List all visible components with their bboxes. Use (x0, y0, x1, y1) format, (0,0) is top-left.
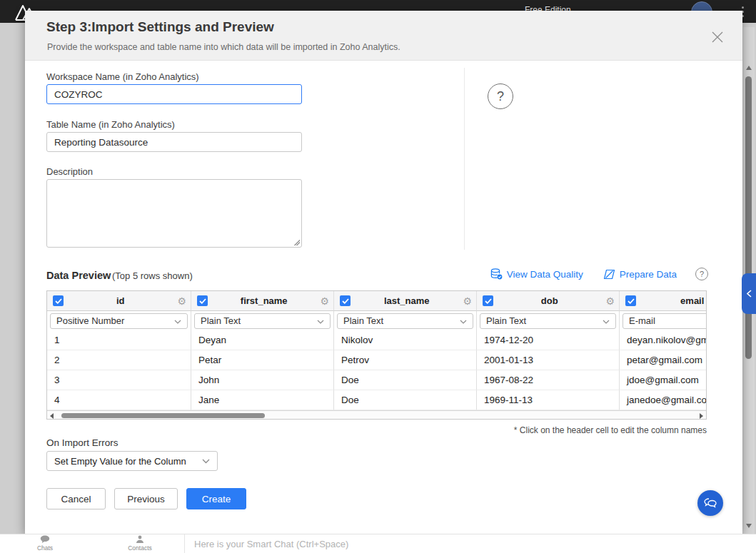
table-cell: Deyan (191, 330, 334, 350)
table-header-row: id⚙first_name⚙last_name⚙dob⚙email⚙ (47, 291, 706, 311)
column-type-value: E-mail (629, 315, 707, 326)
chats-button[interactable]: Chats (24, 535, 66, 552)
dialog-header: Step 3:Import Settings and Preview Provi… (25, 11, 742, 61)
resize-grip-icon[interactable] (293, 239, 300, 245)
gear-icon[interactable]: ⚙ (320, 296, 329, 306)
table-name-input[interactable]: Reporting Datasource (46, 132, 302, 152)
table-cell: Doe (334, 370, 477, 390)
help-icon[interactable]: ? (488, 83, 513, 109)
column-name[interactable]: last_name (351, 295, 463, 306)
table-cell: 4 (47, 390, 191, 410)
horizontal-scrollbar (47, 410, 706, 420)
column-name[interactable]: dob (493, 295, 605, 306)
scroll-left-icon[interactable] (50, 413, 54, 419)
scroll-down-icon[interactable] (746, 524, 752, 528)
gear-icon[interactable]: ⚙ (177, 296, 186, 306)
bottom-bar: Chats Contacts Here is your Smart Chat (… (0, 534, 756, 553)
close-icon[interactable] (711, 31, 724, 44)
workspace-name-label: Workspace Name (in Zoho Analytics) (46, 71, 199, 82)
table-cell: 2001-01-13 (477, 350, 620, 370)
table-cell: petar@gmail.com (620, 350, 707, 370)
column-checkbox[interactable] (53, 295, 64, 306)
column-type-select[interactable]: Plain Text (337, 313, 473, 329)
column-header-id[interactable]: id⚙ (47, 291, 191, 311)
table-cell: janedoe@gmail.com (620, 390, 707, 410)
page-scrollbar-thumb[interactable] (745, 76, 752, 359)
column-type-value: Plain Text (201, 315, 317, 326)
form-divider (464, 68, 465, 250)
column-header-dob[interactable]: dob⚙ (477, 291, 620, 311)
smart-chat-input[interactable]: Here is your Smart Chat (Ctrl+Space) (194, 534, 348, 553)
footer-divider (184, 534, 185, 553)
column-header-last_name[interactable]: last_name⚙ (334, 291, 477, 311)
table-cell: 1969-11-13 (477, 390, 620, 410)
column-checkbox[interactable] (340, 295, 351, 306)
table-cell: deyan.nikolov@gma (620, 330, 707, 350)
column-type-select[interactable]: Plain Text (194, 313, 331, 329)
collapse-panel-tab[interactable] (742, 273, 756, 314)
gear-icon[interactable]: ⚙ (605, 296, 615, 306)
previous-button[interactable]: Previous (114, 488, 178, 509)
column-type-value: Positive Number (56, 315, 174, 326)
preview-table: id⚙first_name⚙last_name⚙dob⚙email⚙ Posit… (46, 290, 707, 420)
column-type-select[interactable]: E-mail (623, 313, 707, 329)
scroll-up-icon[interactable] (746, 66, 752, 70)
type-cell: E-mail (620, 311, 707, 330)
on-import-errors-select[interactable]: Set Empty Value for the Column (46, 451, 218, 471)
column-type-select[interactable]: Plain Text (480, 313, 616, 329)
table-row: 4JaneDoe1969-11-13janedoe@gmail.com (47, 390, 706, 410)
prepare-data-link[interactable]: Prepare Data (603, 269, 677, 280)
table-cell: 3 (47, 370, 191, 390)
table-cell: Doe (334, 390, 477, 410)
gear-icon[interactable]: ⚙ (463, 296, 472, 306)
table-cell: 1 (47, 330, 191, 350)
column-checkbox[interactable] (483, 295, 493, 306)
type-cell: Plain Text (334, 311, 477, 330)
create-button[interactable]: Create (186, 488, 246, 509)
screen: Free Edition Step 3:Import Settings and … (0, 0, 756, 553)
table-cell: Petar (191, 350, 334, 370)
scroll-right-icon[interactable] (700, 413, 703, 419)
data-preview-subtitle: (Top 5 rows shown) (112, 270, 193, 281)
cancel-button[interactable]: Cancel (46, 488, 106, 509)
table-type-row: Positive NumberPlain TextPlain TextPlain… (47, 311, 706, 330)
chevron-down-icon (460, 315, 467, 326)
contacts-button[interactable]: Contacts (119, 535, 161, 552)
workspace-name-input[interactable]: COZYROC (46, 84, 302, 104)
view-data-quality-label: View Data Quality (507, 269, 583, 280)
chat-bubble-icon (40, 535, 50, 544)
column-header-first_name[interactable]: first_name⚙ (191, 291, 334, 311)
table-cell: John (191, 370, 334, 390)
column-checkbox[interactable] (625, 295, 636, 306)
column-type-value: Plain Text (343, 315, 460, 326)
type-cell: Plain Text (191, 311, 334, 330)
person-icon (136, 535, 144, 544)
preview-help-icon[interactable]: ? (695, 268, 708, 280)
view-data-quality-link[interactable]: View Data Quality (490, 268, 583, 280)
table-cell: 2 (47, 350, 191, 370)
column-type-select[interactable]: Positive Number (50, 313, 188, 329)
horizontal-scrollbar-thumb[interactable] (61, 413, 265, 418)
database-quality-icon (490, 268, 503, 280)
table-cell: Nikolov (334, 330, 477, 350)
column-checkbox[interactable] (197, 295, 208, 306)
header-edit-note: * Click on the header cell to edit the c… (514, 425, 707, 435)
chats-label: Chats (37, 544, 53, 552)
chat-fab-button[interactable] (697, 490, 723, 516)
column-name[interactable]: id (64, 295, 177, 306)
chevron-left-icon (747, 290, 752, 298)
table-cell: Petrov (334, 350, 477, 370)
dialog-subtitle: Provide the workspace and table name int… (47, 42, 400, 52)
column-header-email[interactable]: email⚙ (620, 291, 707, 311)
table-body: 1DeyanNikolov1974-12-20deyan.nikolov@gma… (47, 330, 706, 410)
data-preview-title: Data Preview (46, 270, 111, 281)
description-textarea[interactable] (46, 179, 302, 248)
table-row: 1DeyanNikolov1974-12-20deyan.nikolov@gma (47, 330, 706, 350)
preview-actions: View Data Quality Prepare Data ? (490, 268, 708, 280)
description-label: Description (46, 166, 93, 177)
chevron-down-icon (202, 459, 210, 464)
column-name[interactable]: email (636, 295, 707, 306)
contacts-label: Contacts (128, 544, 152, 552)
table-cell: 1967-08-22 (477, 370, 620, 390)
column-name[interactable]: first_name (208, 295, 320, 306)
